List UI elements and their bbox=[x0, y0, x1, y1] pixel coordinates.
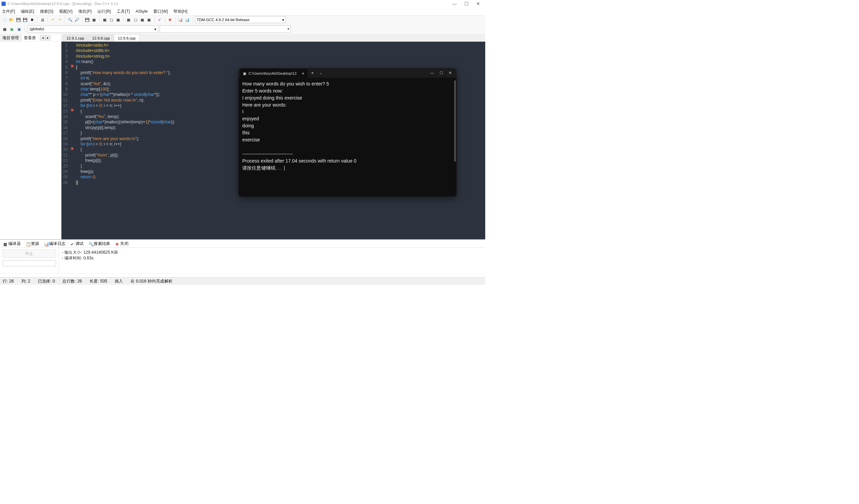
line-number-gutter: 1234567891011121314151617181920212223242… bbox=[61, 42, 71, 239]
status-length: 长度: 535 bbox=[90, 278, 107, 284]
find-icon[interactable]: 🔍 bbox=[67, 17, 73, 22]
bottom-tab-search[interactable]: 🔍搜索结果 bbox=[87, 240, 112, 247]
close-button[interactable]: ✕ bbox=[476, 1, 480, 6]
minimize-button[interactable]: — bbox=[452, 1, 457, 6]
goto-icon[interactable]: ▦ bbox=[2, 26, 8, 32]
app-icon bbox=[2, 2, 6, 6]
close-file-icon[interactable]: ✖ bbox=[29, 17, 35, 22]
progress-bar bbox=[3, 261, 56, 266]
statusbar: 行: 26 列: 2 已选择: 0 总行数: 26 长度: 535 插入 在 0… bbox=[0, 277, 485, 285]
file-tabs: 12.9.1.cpp 12.9.8.cpp 12.9.9.cpp bbox=[61, 34, 485, 42]
status-selected: 已选择: 0 bbox=[38, 278, 55, 284]
bottom-tab-resources[interactable]: 📋资源 bbox=[24, 240, 41, 247]
sidebar-tab-class[interactable]: 查看类 bbox=[21, 34, 39, 42]
bookmark-add-icon[interactable]: ▣ bbox=[9, 26, 15, 32]
terminal-tab-close-icon[interactable]: ✕ bbox=[302, 72, 304, 75]
menu-tools[interactable]: 工具[T] bbox=[117, 9, 130, 14]
toolbar-main: 📄 📂 💾 💾 ✖ 🖨 ↶ ↷ 🔍 🔎 💾 ▦ ▦ ▢ ▦ ▦ ▢ ▦ ▦ ✔ … bbox=[0, 15, 485, 24]
terminal-icon: ▣ bbox=[243, 71, 247, 76]
fold-marker-icon[interactable]: − bbox=[71, 147, 74, 150]
terminal-window: ▣ C:\Users\feiyofei\Desktop\12. ✕ + ⌄ — … bbox=[239, 68, 457, 196]
terminal-tab[interactable]: ▣ C:\Users\feiyofei\Desktop\12. ✕ bbox=[240, 69, 308, 78]
menu-edit[interactable]: 编辑[E] bbox=[21, 9, 34, 14]
profile-icon[interactable]: 📊 bbox=[178, 17, 183, 22]
compiler-combo[interactable]: TDM-GCC 4.9.2 64-bit Release ▾ bbox=[195, 16, 286, 23]
bottom-tab-compiler[interactable]: ▦编译器 bbox=[2, 240, 23, 247]
grid1-icon[interactable]: ▦ bbox=[126, 17, 132, 22]
compile-icon[interactable]: ▦ bbox=[102, 17, 107, 22]
bottom-scrollbar[interactable] bbox=[0, 273, 485, 277]
bottom-tab-close[interactable]: ✖关闭 bbox=[114, 240, 131, 247]
layout-icon[interactable]: ▦ bbox=[91, 17, 97, 22]
fold-column: − − − bbox=[71, 42, 74, 239]
open-file-icon[interactable]: 📂 bbox=[9, 17, 14, 22]
grid4-icon[interactable]: ▦ bbox=[146, 17, 152, 22]
sidebar-next-button[interactable]: ▸ bbox=[46, 35, 51, 40]
bottom-tab-compilelog[interactable]: 📊编译日志 bbox=[42, 240, 67, 247]
menu-project[interactable]: 项目[P] bbox=[78, 9, 92, 14]
replace-icon[interactable]: 🔎 bbox=[74, 17, 80, 22]
abort-button[interactable]: 中止 bbox=[3, 250, 56, 258]
sidebar-prev-button[interactable]: ◂ bbox=[40, 35, 45, 40]
bottom-tab-debug[interactable]: ✔调试 bbox=[69, 240, 86, 247]
menu-view[interactable]: 视图[V] bbox=[59, 9, 73, 14]
compile-log: - 输出大小: 129.44140625 KiB - 编译时间: 0.63s bbox=[59, 248, 485, 273]
status-line: 行: 26 bbox=[3, 278, 14, 284]
terminal-maximize-button[interactable]: ☐ bbox=[440, 71, 443, 75]
undo-icon[interactable]: ↶ bbox=[50, 17, 56, 22]
file-tab[interactable]: 12.9.9.cpp bbox=[115, 34, 139, 42]
menu-file[interactable]: 文件[F] bbox=[2, 9, 15, 14]
menu-run[interactable]: 运行[R] bbox=[97, 9, 111, 14]
maximize-button[interactable]: ☐ bbox=[464, 1, 468, 6]
status-insert-mode: 插入 bbox=[115, 278, 123, 284]
save-all-icon[interactable]: 💾 bbox=[22, 17, 28, 22]
compile-run-icon[interactable]: ▦ bbox=[116, 17, 121, 22]
terminal-minimize-button[interactable]: — bbox=[430, 71, 434, 75]
menu-window[interactable]: 窗口[W] bbox=[153, 9, 168, 14]
print-icon[interactable]: 🖨 bbox=[40, 17, 45, 22]
save-icon[interactable]: 💾 bbox=[15, 17, 21, 22]
symbols-combo[interactable]: ▾ bbox=[160, 26, 290, 32]
status-parse-time: 在 0.016 秒内完成解析 bbox=[131, 278, 172, 284]
terminal-tab-title: C:\Users\feiyofei\Desktop\12. bbox=[248, 72, 298, 76]
menubar: 文件[F] 编辑[E] 搜索[S] 视图[V] 项目[P] 运行[R] 工具[T… bbox=[0, 8, 485, 15]
toolbar-secondary: ▦ ▣ ▣ (globals) ▾ ▾ bbox=[0, 24, 485, 34]
run-icon[interactable]: ▢ bbox=[109, 17, 115, 22]
terminal-scrollbar[interactable] bbox=[454, 80, 456, 162]
menu-search[interactable]: 搜索[S] bbox=[40, 9, 54, 14]
profile2-icon[interactable]: 📊 bbox=[184, 17, 190, 22]
file-tab[interactable]: 12.9.1.cpp bbox=[63, 34, 88, 41]
terminal-add-tab-button[interactable]: + bbox=[308, 70, 317, 76]
bookmark-icon[interactable]: ▣ bbox=[16, 26, 22, 32]
titlebar: C:\Users\feiyofei\Desktop\12.9.9.cpp - [… bbox=[0, 0, 485, 8]
status-col: 列: 2 bbox=[21, 278, 30, 284]
check-icon[interactable]: ✔ bbox=[157, 17, 162, 22]
sidebar: 项目管理 查看类 ◂ ▸ bbox=[0, 34, 61, 239]
file-tab[interactable]: 12.9.8.cpp bbox=[89, 34, 114, 41]
globals-combo[interactable]: (globals) ▾ bbox=[28, 26, 159, 32]
status-total-lines: 总行数: 26 bbox=[62, 278, 82, 284]
save-layout-icon[interactable]: 💾 bbox=[85, 17, 90, 22]
fold-marker-icon[interactable]: − bbox=[71, 109, 74, 111]
redo-icon[interactable]: ↷ bbox=[57, 17, 63, 22]
bottom-panel: ▦编译器 📋资源 📊编译日志 ✔调试 🔍搜索结果 ✖关闭 中止 - 输出大小: … bbox=[0, 239, 485, 277]
sidebar-content bbox=[0, 42, 61, 239]
fold-marker-icon[interactable]: − bbox=[71, 65, 74, 67]
menu-help[interactable]: 帮助[H] bbox=[174, 9, 187, 14]
new-file-icon[interactable]: 📄 bbox=[2, 17, 8, 22]
terminal-dropdown-button[interactable]: ⌄ bbox=[317, 71, 325, 75]
grid2-icon[interactable]: ▢ bbox=[133, 17, 139, 22]
terminal-output[interactable]: How many words do you wish to enter? 5 E… bbox=[239, 78, 457, 197]
grid3-icon[interactable]: ▦ bbox=[140, 17, 145, 22]
delete-icon[interactable]: ✖ bbox=[167, 17, 173, 22]
menu-astyle[interactable]: AStyle bbox=[136, 9, 148, 14]
window-title: C:\Users\feiyofei\Desktop\12.9.9.cpp - [… bbox=[8, 2, 118, 6]
terminal-close-button[interactable]: ✕ bbox=[449, 71, 452, 75]
sidebar-tab-project[interactable]: 项目管理 bbox=[0, 34, 21, 42]
